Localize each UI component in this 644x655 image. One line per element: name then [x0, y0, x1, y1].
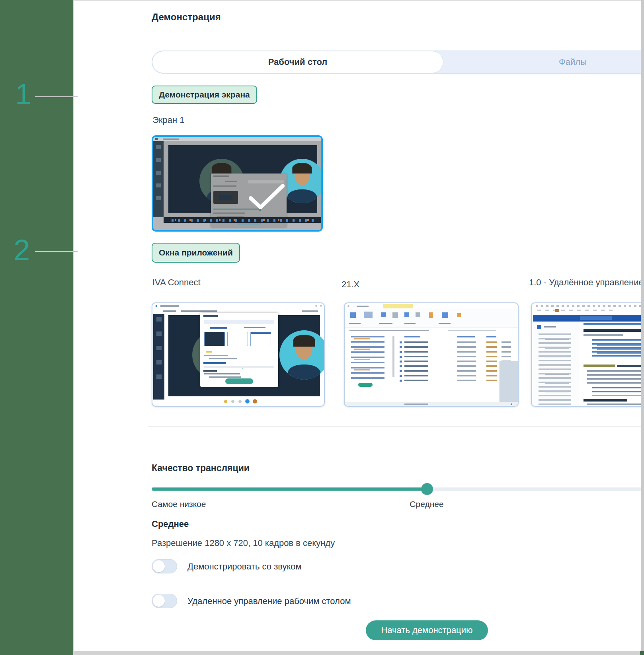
vertical-scrollbar[interactable]	[641, 0, 644, 655]
preview-sidebar	[153, 314, 164, 400]
screenshot-root: Демонстрация ✕ Рабочий стол Файлы Демонс…	[0, 0, 644, 655]
preview-mini-thumbnail	[227, 332, 248, 346]
horizontal-scrollbar[interactable]	[74, 651, 644, 655]
quality-slider-knob[interactable]	[421, 483, 433, 495]
quality-label-min: Самое низкое	[152, 499, 206, 509]
section-title-app-windows: Окна приложений	[152, 243, 240, 263]
preview-header-bar	[533, 315, 644, 322]
window-thumbnail-iva-connect[interactable]	[152, 302, 325, 407]
toggle-remote-control-label: Удаленное управление рабочим столом	[187, 596, 351, 606]
tab-files[interactable]: Файлы	[443, 51, 644, 73]
preview-scrollbar	[392, 336, 394, 377]
window-label-21x: 21.X	[342, 279, 359, 290]
toggle-share-with-audio-label: Демонстрировать со звуком	[187, 561, 302, 572]
checkmark-icon	[248, 182, 286, 212]
preview-mini-thumbnail	[204, 332, 225, 346]
preview-button	[358, 383, 373, 387]
quality-title: Качество трансляции	[152, 463, 250, 474]
preview-tree-panel	[348, 335, 391, 382]
scrollbar-corner	[640, 651, 644, 655]
quality-slider-fill	[152, 487, 427, 491]
preview-sidebar	[153, 141, 164, 217]
preview-mini-thumbnail	[250, 332, 271, 346]
dialog-title: Демонстрация	[152, 12, 221, 23]
annotation-marker-1: 1	[15, 80, 31, 109]
screen-1-label: Экран 1	[152, 115, 184, 125]
preview-share-dialog	[200, 313, 278, 387]
preview-ribbon	[345, 309, 518, 328]
annotation-line-1	[35, 96, 78, 97]
window-thumbnail-21x[interactable]	[344, 302, 519, 407]
preview-sidebar	[533, 322, 579, 405]
annotation-line-2	[35, 251, 78, 252]
toggle-knob	[153, 595, 165, 607]
section-divider	[148, 426, 644, 427]
desktop-background	[0, 0, 73, 655]
preview-taskbar	[164, 217, 321, 223]
preview-titlebar	[152, 303, 324, 308]
window-label-iva-connect: IVA Connect	[152, 277, 201, 288]
tab-bar: Рабочий стол Файлы	[152, 51, 644, 74]
preview-side-panel	[500, 361, 518, 402]
preview-file-list	[397, 335, 513, 383]
preview-titlebar	[153, 137, 321, 141]
screen-1-thumbnail[interactable]	[152, 135, 323, 232]
start-demonstration-button[interactable]: Начать демонстрацию	[366, 620, 488, 640]
preview-mini-thumbnail	[213, 191, 238, 204]
quality-slider[interactable]	[152, 487, 644, 491]
share-dialog: Демонстрация ✕ Рабочий стол Файлы Демонс…	[73, 0, 644, 655]
tab-desktop[interactable]: Рабочий стол	[152, 51, 443, 73]
preview-toolbar	[532, 303, 644, 314]
preview-statusbar	[345, 402, 518, 406]
quality-description: Разрешение 1280 x 720, 10 кадров в секун…	[152, 538, 335, 548]
quality-selected-name: Среднее	[152, 519, 189, 529]
preview-dock-icons	[152, 398, 324, 404]
preview-start-button	[225, 378, 253, 384]
toggle-remote-control[interactable]	[152, 594, 177, 608]
annotation-marker-2: 2	[14, 236, 30, 265]
avatar	[279, 330, 325, 380]
preview-document-body	[580, 322, 644, 405]
preview-titlebar	[345, 303, 518, 309]
toggle-share-with-audio[interactable]	[152, 559, 177, 573]
quality-label-mid: Среднее	[410, 499, 443, 509]
section-title-screen-share: Демонстрация экрана	[152, 86, 257, 104]
toggle-knob	[153, 560, 165, 572]
window-thumbnail-remote-doc[interactable]	[531, 302, 644, 407]
window-label-remote-doc: 1.0 - Удалённое управлением ра…	[529, 277, 644, 288]
preview-pathbar	[345, 328, 518, 333]
